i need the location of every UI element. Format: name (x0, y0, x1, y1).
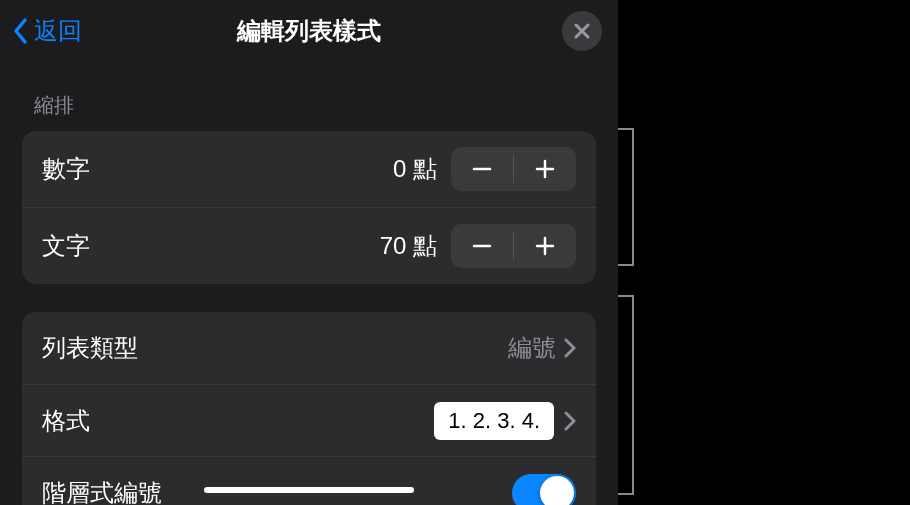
list-type-value: 編號 (508, 332, 556, 364)
indent-text-row: 文字 70 點 (22, 207, 596, 284)
indent-section-header: 縮排 (0, 62, 618, 131)
chevron-right-icon (564, 338, 576, 358)
indent-text-decrease[interactable] (451, 224, 513, 268)
list-format-label: 格式 (42, 405, 434, 437)
back-button[interactable]: 返回 (12, 15, 82, 47)
home-indicator (204, 487, 414, 493)
annotation-bracket-2 (618, 295, 634, 495)
list-format-row[interactable]: 格式 1. 2. 3. 4. (22, 384, 596, 456)
indent-number-stepper (451, 147, 576, 191)
indent-text-stepper (451, 224, 576, 268)
indent-number-row: 數字 0 點 (22, 131, 596, 207)
plus-icon (534, 158, 556, 180)
annotation-bracket-1 (618, 128, 634, 266)
list-type-label: 列表類型 (42, 332, 508, 364)
indent-text-value: 70 點 (380, 230, 437, 262)
annotation-area (618, 0, 910, 505)
indent-number-increase[interactable] (514, 147, 576, 191)
back-chevron-icon (12, 17, 30, 45)
chevron-right-icon (564, 411, 576, 431)
hierarchical-numbering-row: 階層式編號 (22, 456, 596, 505)
list-type-row[interactable]: 列表類型 編號 (22, 312, 596, 384)
hierarchical-toggle[interactable] (512, 474, 576, 506)
indent-number-label: 數字 (42, 153, 393, 185)
minus-icon (471, 235, 493, 257)
plus-icon (534, 235, 556, 257)
page-title: 編輯列表樣式 (237, 15, 381, 47)
settings-panel: 返回 編輯列表樣式 縮排 數字 0 點 文字 70 點 (0, 0, 618, 505)
list-format-value: 1. 2. 3. 4. (434, 402, 554, 440)
indent-number-decrease[interactable] (451, 147, 513, 191)
header: 返回 編輯列表樣式 (0, 0, 618, 62)
indent-number-value: 0 點 (393, 153, 437, 185)
close-icon (573, 22, 591, 40)
minus-icon (471, 158, 493, 180)
close-button[interactable] (562, 11, 602, 51)
indent-group: 數字 0 點 文字 70 點 (22, 131, 596, 284)
indent-text-increase[interactable] (514, 224, 576, 268)
back-label: 返回 (34, 15, 82, 47)
toggle-knob (540, 476, 574, 506)
indent-text-label: 文字 (42, 230, 380, 262)
list-group: 列表類型 編號 格式 1. 2. 3. 4. 階層式編號 (22, 312, 596, 505)
